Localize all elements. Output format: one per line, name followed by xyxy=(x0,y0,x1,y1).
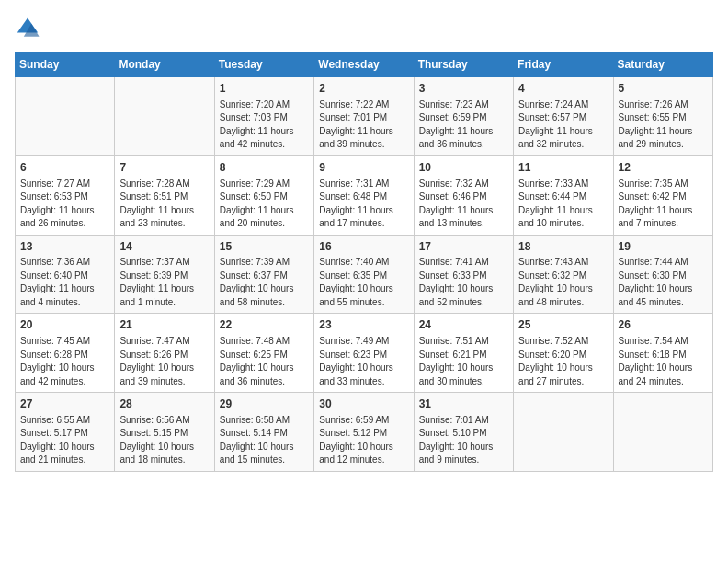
calendar-cell: 4Sunrise: 7:24 AM Sunset: 6:57 PM Daylig… xyxy=(514,77,613,156)
calendar-cell: 6Sunrise: 7:27 AM Sunset: 6:53 PM Daylig… xyxy=(16,155,115,235)
day-info: Sunrise: 6:58 AM Sunset: 5:14 PM Dayligh… xyxy=(220,414,309,467)
day-info: Sunrise: 7:48 AM Sunset: 6:25 PM Dayligh… xyxy=(220,335,309,388)
calendar-cell: 29Sunrise: 6:58 AM Sunset: 5:14 PM Dayli… xyxy=(214,393,313,472)
day-number: 11 xyxy=(518,160,608,176)
calendar-cell xyxy=(613,393,712,472)
calendar-cell: 26Sunrise: 7:54 AM Sunset: 6:18 PM Dayli… xyxy=(613,314,712,393)
day-info: Sunrise: 7:51 AM Sunset: 6:21 PM Dayligh… xyxy=(419,335,508,388)
calendar-cell: 2Sunrise: 7:22 AM Sunset: 7:01 PM Daylig… xyxy=(314,77,414,156)
calendar-week-row: 13Sunrise: 7:36 AM Sunset: 6:40 PM Dayli… xyxy=(16,235,713,314)
day-number: 21 xyxy=(119,317,209,333)
day-number: 10 xyxy=(419,160,508,176)
weekday-header-thursday: Thursday xyxy=(414,52,513,77)
logo xyxy=(15,15,44,40)
day-info: Sunrise: 7:27 AM Sunset: 6:53 PM Dayligh… xyxy=(20,178,109,231)
weekday-header-wednesday: Wednesday xyxy=(314,52,414,77)
day-number: 24 xyxy=(419,317,508,333)
day-number: 28 xyxy=(119,396,209,412)
calendar-week-row: 6Sunrise: 7:27 AM Sunset: 6:53 PM Daylig… xyxy=(16,155,713,235)
calendar-cell: 3Sunrise: 7:23 AM Sunset: 6:59 PM Daylig… xyxy=(414,77,513,156)
calendar-cell: 13Sunrise: 7:36 AM Sunset: 6:40 PM Dayli… xyxy=(16,235,115,314)
day-number: 25 xyxy=(518,317,608,333)
day-number: 16 xyxy=(319,239,408,255)
day-number: 8 xyxy=(220,160,309,176)
day-info: Sunrise: 7:01 AM Sunset: 5:10 PM Dayligh… xyxy=(419,414,508,467)
day-info: Sunrise: 6:59 AM Sunset: 5:12 PM Dayligh… xyxy=(319,414,408,467)
page-header xyxy=(15,15,713,40)
day-number: 22 xyxy=(220,317,309,333)
day-info: Sunrise: 7:35 AM Sunset: 6:42 PM Dayligh… xyxy=(619,178,708,231)
weekday-header-friday: Friday xyxy=(514,52,613,77)
day-info: Sunrise: 7:54 AM Sunset: 6:18 PM Dayligh… xyxy=(619,335,708,388)
calendar-table: SundayMondayTuesdayWednesdayThursdayFrid… xyxy=(15,52,713,472)
calendar-body: 1Sunrise: 7:20 AM Sunset: 7:03 PM Daylig… xyxy=(16,77,713,472)
calendar-cell: 30Sunrise: 6:59 AM Sunset: 5:12 PM Dayli… xyxy=(314,393,414,472)
day-number: 12 xyxy=(619,160,708,176)
day-info: Sunrise: 7:47 AM Sunset: 6:26 PM Dayligh… xyxy=(119,335,209,388)
day-info: Sunrise: 7:52 AM Sunset: 6:20 PM Dayligh… xyxy=(518,335,608,388)
day-info: Sunrise: 6:55 AM Sunset: 5:17 PM Dayligh… xyxy=(20,414,109,467)
day-number: 17 xyxy=(419,239,508,255)
day-number: 14 xyxy=(119,239,209,255)
day-number: 5 xyxy=(619,81,708,97)
day-info: Sunrise: 7:20 AM Sunset: 7:03 PM Dayligh… xyxy=(220,98,309,152)
day-number: 7 xyxy=(119,160,209,176)
day-info: Sunrise: 7:43 AM Sunset: 6:32 PM Dayligh… xyxy=(518,256,608,309)
calendar-header: SundayMondayTuesdayWednesdayThursdayFrid… xyxy=(16,52,713,77)
logo-icon xyxy=(15,15,40,40)
day-number: 13 xyxy=(20,239,109,255)
day-number: 6 xyxy=(20,160,109,176)
weekday-header-tuesday: Tuesday xyxy=(214,52,313,77)
calendar-cell: 17Sunrise: 7:41 AM Sunset: 6:33 PM Dayli… xyxy=(414,235,513,314)
day-number: 2 xyxy=(319,81,408,97)
day-info: Sunrise: 7:32 AM Sunset: 6:46 PM Dayligh… xyxy=(419,178,508,231)
day-number: 29 xyxy=(220,396,309,412)
weekday-header-monday: Monday xyxy=(115,52,214,77)
day-info: Sunrise: 7:29 AM Sunset: 6:50 PM Dayligh… xyxy=(220,178,309,231)
calendar-cell: 28Sunrise: 6:56 AM Sunset: 5:15 PM Dayli… xyxy=(115,393,214,472)
day-info: Sunrise: 7:49 AM Sunset: 6:23 PM Dayligh… xyxy=(319,335,408,388)
calendar-cell: 27Sunrise: 6:55 AM Sunset: 5:17 PM Dayli… xyxy=(16,393,115,472)
calendar-cell: 11Sunrise: 7:33 AM Sunset: 6:44 PM Dayli… xyxy=(514,155,613,235)
day-number: 30 xyxy=(319,396,408,412)
day-info: Sunrise: 7:33 AM Sunset: 6:44 PM Dayligh… xyxy=(518,178,608,231)
calendar-cell: 1Sunrise: 7:20 AM Sunset: 7:03 PM Daylig… xyxy=(214,77,313,156)
calendar-cell: 18Sunrise: 7:43 AM Sunset: 6:32 PM Dayli… xyxy=(514,235,613,314)
day-number: 4 xyxy=(518,81,608,97)
calendar-week-row: 27Sunrise: 6:55 AM Sunset: 5:17 PM Dayli… xyxy=(16,393,713,472)
calendar-cell: 9Sunrise: 7:31 AM Sunset: 6:48 PM Daylig… xyxy=(314,155,414,235)
weekday-header-saturday: Saturday xyxy=(613,52,712,77)
day-number: 15 xyxy=(220,239,309,255)
weekday-header-sunday: Sunday xyxy=(16,52,115,77)
calendar-week-row: 1Sunrise: 7:20 AM Sunset: 7:03 PM Daylig… xyxy=(16,77,713,156)
day-number: 26 xyxy=(619,317,708,333)
day-info: Sunrise: 7:26 AM Sunset: 6:55 PM Dayligh… xyxy=(619,98,708,152)
day-number: 27 xyxy=(20,396,109,412)
calendar-cell: 20Sunrise: 7:45 AM Sunset: 6:28 PM Dayli… xyxy=(16,314,115,393)
day-number: 3 xyxy=(419,81,508,97)
day-info: Sunrise: 7:45 AM Sunset: 6:28 PM Dayligh… xyxy=(20,335,109,388)
day-info: Sunrise: 7:31 AM Sunset: 6:48 PM Dayligh… xyxy=(319,178,408,231)
calendar-cell xyxy=(115,77,214,156)
calendar-cell: 19Sunrise: 7:44 AM Sunset: 6:30 PM Dayli… xyxy=(613,235,712,314)
day-info: Sunrise: 7:39 AM Sunset: 6:37 PM Dayligh… xyxy=(220,256,309,309)
day-number: 20 xyxy=(20,317,109,333)
calendar-cell: 12Sunrise: 7:35 AM Sunset: 6:42 PM Dayli… xyxy=(613,155,712,235)
day-info: Sunrise: 7:36 AM Sunset: 6:40 PM Dayligh… xyxy=(20,256,109,309)
day-info: Sunrise: 7:44 AM Sunset: 6:30 PM Dayligh… xyxy=(619,256,708,309)
weekday-header-row: SundayMondayTuesdayWednesdayThursdayFrid… xyxy=(16,52,713,77)
calendar-cell: 16Sunrise: 7:40 AM Sunset: 6:35 PM Dayli… xyxy=(314,235,414,314)
day-number: 23 xyxy=(319,317,408,333)
calendar-cell: 15Sunrise: 7:39 AM Sunset: 6:37 PM Dayli… xyxy=(214,235,313,314)
calendar-cell xyxy=(514,393,613,472)
calendar-cell: 25Sunrise: 7:52 AM Sunset: 6:20 PM Dayli… xyxy=(514,314,613,393)
calendar-cell: 8Sunrise: 7:29 AM Sunset: 6:50 PM Daylig… xyxy=(214,155,313,235)
calendar-cell: 22Sunrise: 7:48 AM Sunset: 6:25 PM Dayli… xyxy=(214,314,313,393)
calendar-cell: 23Sunrise: 7:49 AM Sunset: 6:23 PM Dayli… xyxy=(314,314,414,393)
day-info: Sunrise: 7:41 AM Sunset: 6:33 PM Dayligh… xyxy=(419,256,508,309)
day-number: 19 xyxy=(619,239,708,255)
calendar-cell: 14Sunrise: 7:37 AM Sunset: 6:39 PM Dayli… xyxy=(115,235,214,314)
day-info: Sunrise: 6:56 AM Sunset: 5:15 PM Dayligh… xyxy=(119,414,209,467)
day-number: 9 xyxy=(319,160,408,176)
day-info: Sunrise: 7:22 AM Sunset: 7:01 PM Dayligh… xyxy=(319,98,408,152)
